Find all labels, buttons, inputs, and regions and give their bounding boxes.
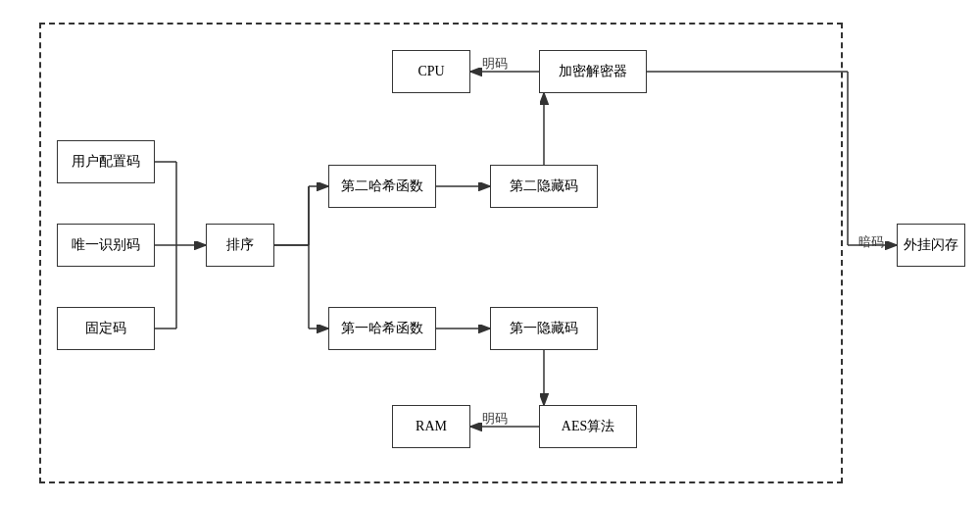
box-unique-id: 唯一识别码: [57, 224, 155, 267]
diagram-wrapper: 用户配置码 唯一识别码 固定码 排序 第二哈希函数 第二隐藏码 CPU 加密解密…: [20, 13, 960, 493]
box-ram: RAM: [392, 405, 470, 448]
box-sort: 排序: [206, 224, 274, 267]
box-fixed-code: 固定码: [57, 307, 155, 350]
box-second-hidden: 第二隐藏码: [490, 165, 598, 208]
box-first-hash: 第一哈希函数: [328, 307, 436, 350]
box-cpu: CPU: [392, 50, 470, 93]
box-user-config: 用户配置码: [57, 140, 155, 183]
label-plaintext-bottom: 明码: [482, 410, 508, 428]
label-plaintext-top: 明码: [482, 55, 508, 73]
box-first-hidden: 第一隐藏码: [490, 307, 598, 350]
box-second-hash: 第二哈希函数: [328, 165, 436, 208]
box-encryptor: 加密解密器: [539, 50, 647, 93]
box-flash: 外挂闪存: [897, 224, 965, 267]
box-aes: AES算法: [539, 405, 637, 448]
label-ciphertext: 暗码: [858, 233, 884, 251]
